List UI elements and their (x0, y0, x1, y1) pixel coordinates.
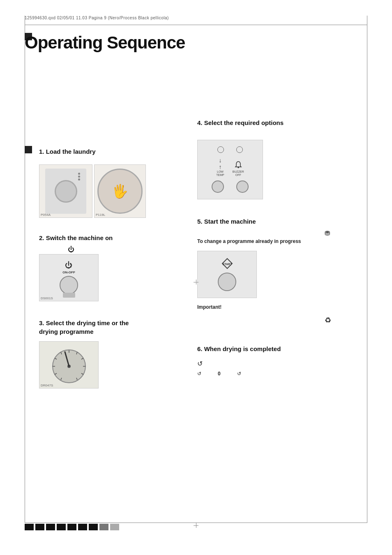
important-person-icon: ♻ (325, 316, 331, 325)
option-low-temp: ↓↑ LOWTEMP (216, 157, 224, 176)
step5-change-text: To change a programme already in progres… (197, 238, 301, 244)
programme-icon: ⛃ (325, 230, 330, 237)
options-icons-row: ↓↑ LOWTEMP BUZZEROFF (216, 157, 244, 176)
bar-sq-7 (89, 524, 98, 530)
svg-point-15 (238, 167, 239, 168)
step6-heading: 6. When drying is completed (197, 345, 281, 352)
step3-image-container: DR047S (39, 341, 99, 388)
step6-icon2-inline: ↺ (237, 371, 241, 377)
step6-icon-inline: ↺ (197, 371, 201, 377)
step6-label: 6. When drying is completed (197, 345, 281, 352)
dial-wrapper (44, 344, 94, 386)
drum-illustration: 🖐 (97, 169, 143, 214)
bar-sq-8 (99, 524, 108, 530)
step1-number: 1. (39, 148, 44, 155)
buzzer-svg (234, 161, 242, 169)
step6-number: 6. (197, 345, 203, 352)
start-illustration: START (197, 251, 257, 298)
step2-number: 2. (39, 234, 44, 241)
opt-indicator-left (217, 146, 224, 153)
step1-heading: 1. Load the laundry (39, 148, 96, 155)
file-metadata: 125994630.qxd 02/05/01 11.03 Pagina 9 (N… (25, 16, 169, 20)
bar-sq-2 (35, 524, 44, 530)
left-border (25, 25, 25, 523)
step3-label: 3. Select the drying time or the drying … (39, 319, 129, 335)
step6-text: When drying is completed (204, 345, 281, 352)
page-marker-mid (25, 146, 32, 153)
option-button-right[interactable] (236, 180, 249, 193)
dial-illustration: DR047S (39, 341, 99, 388)
onoff-bottom-part (63, 293, 75, 298)
low-temp-label: LOWTEMP (216, 170, 224, 176)
svg-text:START: START (222, 263, 232, 266)
onoff-illustration: ⏻ ON-OFF DS001S (39, 254, 99, 301)
dryer-illustration (45, 169, 86, 214)
step1-text: Load the laundry (46, 148, 96, 155)
onoff-button (60, 276, 78, 294)
start-button[interactable] (218, 273, 236, 291)
opt-indicator-right (236, 146, 243, 153)
options-buttons-row (212, 180, 249, 193)
step6-detail-text: ↺ 0 ↺ (197, 370, 241, 378)
ctrl-dot (78, 176, 80, 178)
dryer-door (55, 180, 77, 203)
step5-image-container: START (197, 251, 257, 298)
right-border (367, 25, 367, 523)
start-icon-area: START (221, 258, 233, 269)
onoff-top: ⏻ ON-OFF (62, 261, 75, 274)
bar-sq-3 (46, 524, 55, 530)
dryer-controls (75, 172, 83, 184)
step4-text: Select the required options (204, 119, 284, 126)
option-button-left[interactable] (212, 180, 224, 193)
top-border (25, 25, 367, 25)
step5-programme-icon: ⛃ (325, 229, 330, 237)
step2-text: Switch the machine on (46, 234, 113, 241)
step5-heading: 5. Start the machine (197, 218, 256, 225)
crosshair-mid (194, 280, 198, 284)
crosshair-bottom (194, 523, 198, 528)
step5-label: 5. Start the machine (197, 218, 256, 225)
step1-image-container: P054A 🖐 P119L (39, 164, 146, 218)
step1-left-label: P054A (41, 213, 51, 217)
bar-sq-5 (67, 524, 76, 530)
step4-number: 4. (197, 119, 203, 126)
bar-sq-1 (25, 524, 34, 530)
bar-sq-6 (78, 524, 87, 530)
buzzer-label: BUZZEROFF (233, 170, 244, 176)
step2-heading: 2. Switch the machine on (39, 234, 113, 241)
step2-img-label: DS001S (41, 296, 53, 300)
buzzer-icon (233, 161, 244, 170)
cycle-icon1: ↺ (197, 360, 203, 367)
top-border-v-right (367, 16, 367, 25)
bar-sq-4 (57, 524, 66, 530)
options-top-indicators (217, 146, 243, 153)
step3-img-label: DR047S (41, 384, 53, 387)
page-title: Operating Sequence (25, 33, 185, 53)
bar-sq-9 (110, 524, 119, 530)
option-buzzer: BUZZEROFF (233, 161, 244, 176)
step6-zero: 0 (218, 371, 221, 377)
onoff-power-symbol: ⏻ (65, 261, 72, 270)
step2-label: 2. Switch the machine on (39, 234, 113, 241)
step5-number: 5. (197, 218, 203, 225)
ctrl-dot (78, 178, 80, 180)
important-label: Important! (197, 304, 221, 310)
ctrl-dot (78, 173, 80, 175)
step2-power-icon: ⏻ (68, 246, 74, 253)
options-illustration: ↓↑ LOWTEMP BUZZEROFF (197, 140, 263, 199)
start-svg: START (221, 258, 233, 269)
bottom-bar (25, 524, 119, 530)
step6-icon1: ↺ (197, 360, 203, 368)
step1-label: 1. Load the laundry (39, 148, 96, 155)
step1-right-label: P119L (96, 213, 105, 217)
low-temp-icon: ↓↑ (216, 157, 224, 170)
dial-svg (44, 344, 94, 385)
step3-number: 3. (39, 319, 44, 326)
step4-heading: 4. Select the required options (197, 119, 284, 126)
step3-heading: 3. Select the drying time or the drying … (39, 319, 129, 336)
step5-text: Start the machine (204, 218, 256, 225)
step3-text: Select the drying time or the drying pro… (39, 319, 129, 335)
onoff-label: ON-OFF (62, 271, 75, 274)
step4-label: 4. Select the required options (197, 119, 284, 126)
step1-image-right: 🖐 P119L (94, 164, 146, 218)
